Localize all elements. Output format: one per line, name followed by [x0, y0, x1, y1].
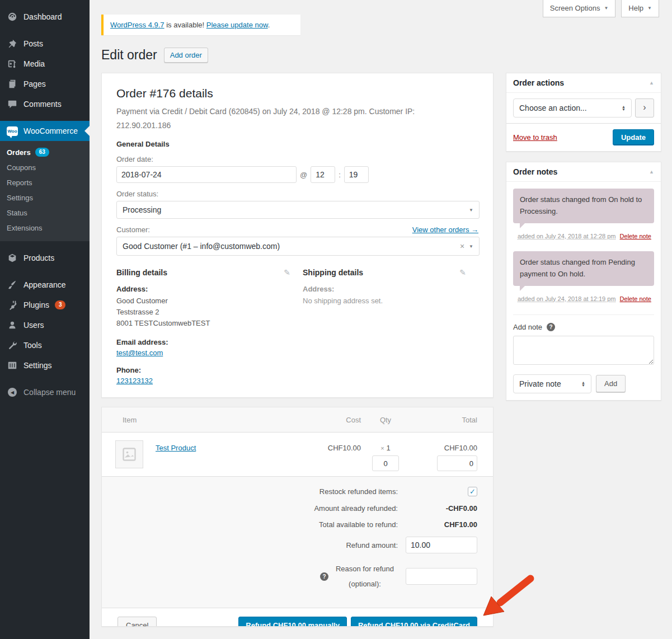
- edit-shipping-icon[interactable]: [459, 268, 466, 277]
- order-date-input[interactable]: [116, 166, 297, 183]
- clear-selection-icon[interactable]: [460, 242, 464, 251]
- sidebar-item-comments[interactable]: Comments: [0, 94, 90, 114]
- box-icon: [7, 252, 18, 264]
- sidebar-item-products[interactable]: Products: [0, 248, 90, 268]
- list-item: Order status changed from On hold to Pro…: [513, 189, 654, 241]
- screen-options-button[interactable]: Screen Options: [543, 0, 616, 17]
- sidebar-item-plugins[interactable]: Plugins 3: [0, 295, 90, 315]
- order-items-panel: Item Cost Qty Total Test Product CHF10.0…: [101, 407, 494, 627]
- order-action-value: Choose an action...: [519, 104, 622, 112]
- note-timestamp-link[interactable]: added on July 24, 2018 at 12:28 pm: [518, 233, 616, 239]
- sidebar-item-tools[interactable]: Tools: [0, 335, 90, 355]
- product-total: CHF10.00: [410, 444, 477, 452]
- refund-line-total-input[interactable]: [437, 455, 477, 471]
- submenu-item-coupons[interactable]: Coupons: [0, 160, 90, 175]
- already-refunded-label: Amount already refunded:: [314, 504, 398, 513]
- order-minute-input[interactable]: [344, 166, 369, 183]
- refund-via-gateway-button[interactable]: Refund CHF10.00 via CreditCard: [351, 617, 477, 627]
- submenu-item-status[interactable]: Status: [0, 205, 90, 220]
- cost-column-header: Cost: [299, 416, 361, 424]
- woocommerce-icon: [7, 125, 18, 137]
- add-note-section: Add note Private note Add: [513, 314, 654, 393]
- delete-note-link[interactable]: Delete note: [620, 295, 651, 302]
- sidebar-item-label: WooCommerce: [24, 126, 78, 135]
- submenu-item-label: Extensions: [7, 224, 43, 232]
- help-icon[interactable]: [547, 323, 555, 331]
- order-heading: Order #176 details: [116, 87, 478, 100]
- paintbrush-icon: [7, 279, 18, 290]
- add-note-textarea[interactable]: [513, 336, 654, 365]
- product-thumbnail: [115, 440, 143, 468]
- total-column-header: Total: [410, 416, 477, 424]
- help-icon[interactable]: [320, 572, 328, 581]
- collapse-menu-button[interactable]: Collapse menu: [0, 382, 90, 402]
- billing-phone-link[interactable]: 123123132: [116, 377, 153, 385]
- order-payment-meta: Payment via Credit / Debit Card (620845)…: [116, 105, 463, 132]
- wrench-icon: [7, 340, 18, 351]
- submenu-item-label: Reports: [7, 178, 32, 187]
- edit-billing-icon[interactable]: [284, 268, 290, 277]
- order-status-select[interactable]: Processing: [116, 201, 480, 219]
- sidebar-item-label: Appearance: [24, 280, 66, 289]
- help-button[interactable]: Help: [621, 0, 659, 17]
- product-qty: × 1: [361, 444, 410, 452]
- refund-amount-input[interactable]: [406, 537, 477, 553]
- move-to-trash-link[interactable]: Move to trash: [513, 133, 557, 142]
- update-button[interactable]: Update: [613, 129, 654, 145]
- admin-sidebar: Dashboard Posts Media Pages Comments Woo…: [0, 0, 90, 639]
- submenu-item-reports[interactable]: Reports: [0, 175, 90, 190]
- refund-qty-input[interactable]: [372, 455, 399, 471]
- product-name-link[interactable]: Test Product: [156, 444, 196, 452]
- submenu-item-extensions[interactable]: Extensions: [0, 220, 90, 236]
- delete-note-link[interactable]: Delete note: [620, 233, 651, 239]
- billing-email-link[interactable]: test@test.com: [116, 349, 163, 357]
- apply-action-button[interactable]: [635, 98, 654, 118]
- billing-details-title: Billing details: [116, 268, 167, 277]
- customer-select[interactable]: Good Customer (#1 – info@customweb.com): [116, 237, 480, 256]
- sidebar-item-label: Comments: [24, 100, 62, 109]
- add-order-button[interactable]: Add order: [164, 48, 208, 63]
- plug-icon: [7, 299, 18, 311]
- submenu-item-settings[interactable]: Settings: [0, 190, 90, 205]
- page-title: Edit order: [101, 47, 157, 64]
- refund-amount-label: Refund amount:: [346, 541, 398, 549]
- qty-multiplier: ×: [380, 445, 384, 452]
- cancel-button[interactable]: Cancel: [118, 617, 157, 627]
- note-type-select[interactable]: Private note: [513, 374, 591, 393]
- sidebar-item-dashboard[interactable]: Dashboard: [0, 7, 90, 27]
- sidebar-item-woocommerce[interactable]: WooCommerce: [0, 121, 90, 141]
- refund-manually-button[interactable]: Refund CHF10.00 manually: [238, 617, 347, 627]
- sidebar-item-settings[interactable]: Settings: [0, 355, 90, 375]
- sidebar-item-label: Products: [24, 253, 54, 262]
- order-hour-input[interactable]: [311, 166, 335, 183]
- right-sidebar: Order actions Choose an action... Move t…: [506, 73, 661, 411]
- add-note-button[interactable]: Add: [596, 375, 626, 392]
- sidebar-item-appearance[interactable]: Appearance: [0, 275, 90, 295]
- submenu-item-orders[interactable]: Orders 63: [0, 144, 90, 160]
- billing-address-line: Teststrasse 2: [116, 307, 303, 318]
- plugins-update-badge: 3: [55, 300, 66, 309]
- woocommerce-submenu: Orders 63 Coupons Reports Settings Statu…: [0, 141, 90, 241]
- note-timestamp-link[interactable]: added on July 24, 2018 at 12:19 pm: [518, 295, 616, 302]
- collapse-panel-icon[interactable]: [649, 169, 654, 175]
- sidebar-item-media[interactable]: Media: [0, 54, 90, 74]
- order-action-select[interactable]: Choose an action...: [513, 98, 632, 118]
- billing-address-label: Address:: [116, 285, 303, 293]
- refund-reason-input[interactable]: [406, 568, 477, 585]
- update-notice: WordPress 4.9.7 is available! Please upd…: [101, 15, 300, 35]
- sidebar-item-posts[interactable]: Posts: [0, 34, 90, 54]
- select-stepper-icon: [622, 105, 626, 111]
- customer-label: Customer:: [116, 225, 150, 234]
- pushpin-icon: [7, 38, 18, 49]
- wordpress-version-link[interactable]: WordPress 4.9.7: [110, 21, 165, 29]
- image-placeholder-icon: [121, 447, 137, 462]
- sidebar-item-pages[interactable]: Pages: [0, 74, 90, 94]
- customer-value: Good Customer (#1 – info@customweb.com): [123, 242, 460, 251]
- collapse-panel-icon[interactable]: [649, 80, 654, 86]
- collapse-arrow-icon: [7, 387, 18, 398]
- list-item: Order status changed from Pending paymen…: [513, 251, 654, 304]
- sidebar-item-users[interactable]: Users: [0, 315, 90, 335]
- restock-checkbox[interactable]: [468, 487, 477, 496]
- view-other-orders-link[interactable]: View other orders →: [412, 225, 478, 234]
- update-now-link[interactable]: Please update now: [206, 21, 268, 29]
